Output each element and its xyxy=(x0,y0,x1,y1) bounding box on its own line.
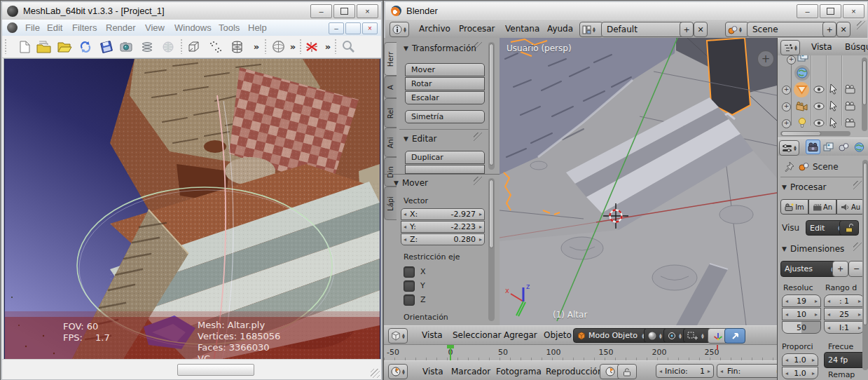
editor-type-button[interactable]: ▲▼ xyxy=(390,22,409,37)
scrollbar-thumb[interactable] xyxy=(863,163,867,325)
panel-drag-handle[interactable] xyxy=(474,177,483,186)
minimize-button[interactable]: – xyxy=(797,4,818,18)
menu-fotograma[interactable]: Fotograma xyxy=(496,367,542,376)
pin-icon[interactable] xyxy=(783,161,794,172)
constraint-x-checkbox[interactable] xyxy=(404,266,415,278)
render-restrict-icon[interactable] xyxy=(844,101,856,111)
add-scene-button[interactable]: + xyxy=(822,22,836,37)
delete-scene-button[interactable]: ✕ xyxy=(836,22,850,37)
tab-scene[interactable] xyxy=(836,140,851,154)
meshlab-titlebar[interactable]: MeshLab_64bit v1.3.3 - [Project_1] – × xyxy=(2,2,381,20)
mover-button[interactable]: Mover xyxy=(405,63,485,76)
panel-dimensiones-header[interactable]: ▼ Dimensiones xyxy=(782,244,844,254)
toolbar-grip[interactable] xyxy=(264,39,267,54)
menu-vista[interactable]: Vista xyxy=(422,330,443,340)
menu-reproduccion[interactable]: Reproducción xyxy=(546,367,603,376)
outliner-tree[interactable]: + + + + xyxy=(778,55,868,137)
outliner-row-world[interactable] xyxy=(778,65,868,81)
menu-view[interactable]: View xyxy=(145,22,165,33)
reload-icon[interactable] xyxy=(77,39,94,55)
meshlab-scene[interactable] xyxy=(4,59,380,360)
menu-agregar[interactable]: Agregar xyxy=(504,330,537,340)
render-restrict-icon[interactable] xyxy=(844,118,856,128)
expand-icon[interactable]: + xyxy=(787,55,796,65)
menu-vista[interactable]: Vista xyxy=(811,42,832,52)
eye-icon[interactable] xyxy=(813,85,825,94)
snapshot-icon[interactable] xyxy=(118,39,135,55)
layers-icon[interactable] xyxy=(139,39,156,55)
editor-type-button[interactable]: ▲▼ xyxy=(779,140,799,156)
tab-world[interactable] xyxy=(852,140,867,154)
render-audio-button[interactable]: Au xyxy=(836,199,864,215)
tab-a[interactable]: A xyxy=(384,76,397,98)
vector-z-field[interactable]: Z:0.280 xyxy=(401,233,485,245)
menu-procesar[interactable]: Procesar xyxy=(459,24,495,34)
expand-icon[interactable]: + xyxy=(782,119,791,128)
toolbar-grip[interactable] xyxy=(180,39,183,54)
render-image-button[interactable]: Im xyxy=(780,199,808,215)
add-preset-button[interactable]: + xyxy=(832,261,848,277)
trackball-icon[interactable] xyxy=(270,39,287,55)
tab-render-layers[interactable] xyxy=(821,140,836,154)
aspect-y-field[interactable]: 1.0 xyxy=(782,367,818,379)
translate-manipulator-button[interactable] xyxy=(724,328,745,344)
more-render-modes-icon[interactable]: » xyxy=(252,39,261,55)
scene-field[interactable]: Scene xyxy=(747,22,832,37)
framerate-dropdown[interactable]: 24 fp ▲▼ xyxy=(824,352,868,368)
meshlab-viewport[interactable]: FOV: 60 FPS: 1.7 Mesh: Altar.ply Vertice… xyxy=(4,58,381,361)
toolbar-grip[interactable] xyxy=(4,39,7,54)
lock-interface-button[interactable] xyxy=(839,220,859,236)
mdi-minimize-button[interactable]: – xyxy=(329,22,344,34)
menu-windows[interactable]: Windows xyxy=(174,22,212,33)
screen-layout-icon-button[interactable]: ▲▼ xyxy=(579,22,603,37)
properties-scrollbar[interactable] xyxy=(862,160,868,370)
delete-layout-button[interactable]: ✕ xyxy=(694,22,708,37)
vector-y-field[interactable]: Y:-2.223 xyxy=(401,221,485,233)
constraint-y-checkbox[interactable] xyxy=(404,280,415,292)
simetria-button[interactable]: Simetría xyxy=(405,110,485,123)
timeline-ruler[interactable]: -50 0 50 100 150 200 250 xyxy=(384,344,777,361)
menu-objeto[interactable]: Objeto xyxy=(544,330,572,340)
aspect-x-field[interactable]: 1.0 xyxy=(782,353,818,366)
eye-icon[interactable] xyxy=(813,102,825,111)
open-mesh-icon[interactable] xyxy=(56,39,73,55)
scrollbar-thumb[interactable] xyxy=(489,43,494,165)
toolbar-grip[interactable] xyxy=(299,39,302,54)
breadcrumb-scene[interactable]: Scene xyxy=(813,162,839,172)
menu-seleccionar[interactable]: Seleccionar xyxy=(453,330,501,340)
tab-lapiz[interactable]: Lápi xyxy=(384,186,397,220)
current-frame-cap[interactable] xyxy=(447,345,454,348)
magnifier-icon[interactable] xyxy=(340,39,357,55)
menu-edit[interactable]: Edit xyxy=(47,22,62,33)
maximize-button[interactable] xyxy=(820,4,841,18)
escalar-button[interactable]: Escalar xyxy=(405,91,485,104)
region-divider[interactable] xyxy=(384,174,500,175)
resolution-y-field[interactable]: 10 xyxy=(782,308,821,320)
menu-ventana[interactable]: Ventana xyxy=(505,24,539,34)
render-animation-button[interactable]: An xyxy=(808,199,836,215)
add-layout-button[interactable]: + xyxy=(680,22,694,37)
tab-rel[interactable]: Rel xyxy=(384,98,397,128)
resize-grip[interactable] xyxy=(371,369,380,378)
region-plus-icon[interactable]: + xyxy=(757,50,774,67)
outliner-vscrollbar[interactable] xyxy=(862,57,867,131)
open-project-icon[interactable] xyxy=(36,39,53,55)
lock-button[interactable] xyxy=(617,364,637,379)
menu-filters[interactable]: Filters xyxy=(72,22,97,33)
panel-drag-handle[interactable] xyxy=(474,133,483,142)
maximize-button[interactable] xyxy=(333,4,355,18)
save-icon[interactable] xyxy=(98,39,115,55)
frame-start-field[interactable]: : 1 xyxy=(824,294,864,307)
menu-busqueda[interactable]: Búsqueda xyxy=(845,42,868,52)
scrollbar-thumb[interactable] xyxy=(862,60,867,105)
menu-marcador[interactable]: Marcador xyxy=(451,367,490,376)
duplicar-vinculado-button[interactable] xyxy=(405,165,485,174)
screen-layout-field[interactable]: Default xyxy=(601,22,689,37)
panel-edit-header[interactable]: ▼ Editar xyxy=(404,134,436,144)
points-render-mode-icon[interactable] xyxy=(207,39,224,55)
panel-drag-handle[interactable] xyxy=(853,243,862,252)
mode-dropdown[interactable]: Modo Objeto ▲▼ xyxy=(573,328,649,343)
frame-end-field[interactable]: 25 xyxy=(824,308,864,320)
outliner-hscrollbar[interactable] xyxy=(780,131,850,136)
select-arrow-icon[interactable] xyxy=(829,83,839,95)
